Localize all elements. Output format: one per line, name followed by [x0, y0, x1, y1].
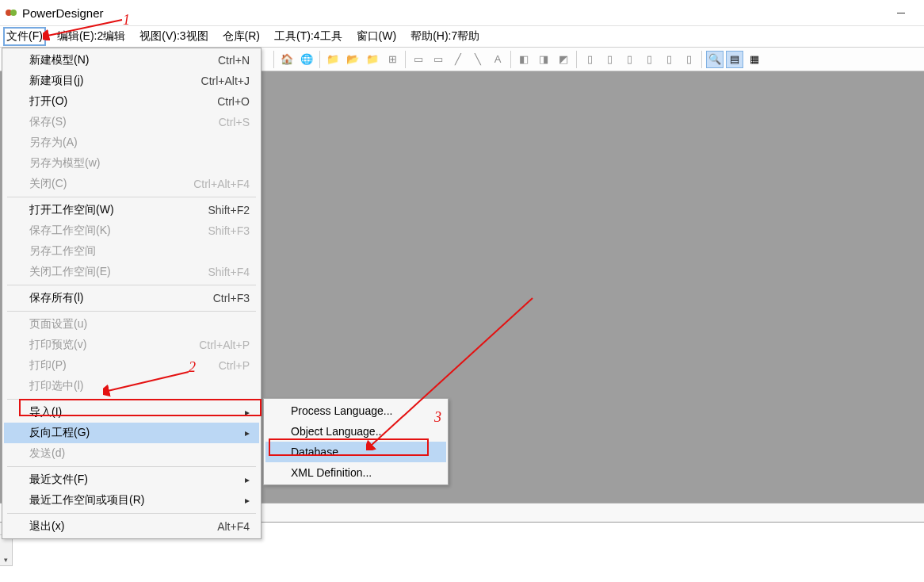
menuitem-open[interactable]: 打开(O)Ctrl+O	[4, 91, 259, 112]
toolbar-separator	[701, 51, 702, 68]
toolbar-entity2-icon[interactable]: ▭	[430, 51, 447, 68]
menuitem-label: 保存工作空间(K)	[29, 224, 111, 238]
toolbar-folder-icon[interactable]: 📁	[324, 51, 342, 68]
menuitem-label: 最近文件(F)	[29, 473, 88, 487]
menuitem-recent-files[interactable]: 最近文件(F)▸	[4, 469, 259, 490]
toolbar-tree-icon[interactable]: ⊞	[384, 51, 401, 68]
menuitem-label: 保存所有(l)	[29, 291, 83, 305]
title-bar: PowerDesigner	[0, 0, 924, 25]
toolbar-separator	[405, 51, 406, 68]
menuitem-open-workspace[interactable]: 打开工作空间(W)Shift+F2	[4, 200, 259, 220]
toolbar-link-icon[interactable]: ╱	[449, 51, 467, 68]
submenu-xml-definition[interactable]: XML Definition...	[265, 462, 446, 483]
menu-separator	[7, 311, 256, 312]
toolbar-separator	[510, 51, 511, 68]
toolbar-style3-icon[interactable]: ◩	[555, 51, 572, 68]
menuitem-save-as-model: 另存为模型(w)	[4, 153, 259, 174]
menuitem-label: 导入(I)	[29, 405, 62, 419]
toolbar-style-icon[interactable]: ◧	[515, 51, 533, 68]
menuitem-shortcut: Shift+F3	[208, 224, 250, 237]
toolbar-align2-icon[interactable]: ▯	[601, 51, 618, 68]
menuitem-saveas-workspace: 另存工作空间	[4, 241, 259, 262]
menuitem-label: 退出(x)	[29, 519, 64, 534]
submenu-database[interactable]: Database...	[265, 442, 446, 462]
menuitem-save-all[interactable]: 保存所有(l)Ctrl+F3	[4, 288, 259, 308]
svg-point-1	[10, 10, 17, 16]
menuitem-new-model[interactable]: 新建模型(N)Ctrl+N	[4, 50, 259, 71]
toolbar-separator	[576, 51, 577, 68]
toolbar-separator	[273, 51, 274, 68]
menuitem-label: 关闭工作空间(E)	[29, 265, 111, 279]
menuitem-close-workspace: 关闭工作空间(E)Shift+F4	[4, 262, 259, 282]
toolbar-style2-icon[interactable]: ◨	[535, 51, 552, 68]
menuitem-exit[interactable]: 退出(x)Alt+F4	[4, 516, 259, 537]
toolbar-folder-open-icon[interactable]: 📂	[344, 51, 361, 68]
menuitem-print-selection: 打印选中(l)	[4, 376, 259, 396]
menu-tools[interactable]: 工具(T):4工具	[271, 27, 346, 46]
menu-edit[interactable]: 编辑(E):2编辑	[54, 27, 128, 46]
menuitem-new-project[interactable]: 新建项目(j)Ctrl+Alt+J	[4, 71, 259, 91]
minimize-button[interactable]	[883, 0, 919, 25]
menuitem-shortcut: Ctrl+N	[218, 54, 250, 67]
toolbar-align5-icon[interactable]: ▯	[660, 51, 678, 68]
menuitem-save-workspace: 保存工作空间(K)Shift+F3	[4, 220, 259, 241]
toolbar-world-icon[interactable]: 🌐	[298, 51, 315, 68]
menuitem-label: 另存为模型(w)	[29, 156, 100, 170]
menu-window[interactable]: 窗口(W)	[353, 27, 400, 46]
menuitem-send: 发送(d)	[4, 443, 259, 464]
toolbar-align1-icon[interactable]: ▯	[581, 51, 598, 68]
submenu-process-language[interactable]: Process Language...	[265, 400, 446, 421]
menu-separator	[7, 466, 256, 467]
toolbar-entity-icon[interactable]: ▭	[410, 51, 427, 68]
menuitem-label: 关闭(C)	[29, 177, 67, 191]
menuitem-label: 新建模型(N)	[29, 53, 89, 67]
menuitem-label: 打印(P)	[29, 358, 67, 373]
menuitem-shortcut: Ctrl+O	[217, 95, 250, 108]
menuitem-shortcut: Ctrl+Alt+J	[201, 75, 250, 87]
menu-view[interactable]: 视图(V):3视图	[136, 27, 211, 46]
menuitem-label: 页面设置(u)	[29, 317, 87, 331]
menuitem-label: Process Language...	[291, 404, 392, 417]
menuitem-page-setup: 页面设置(u)	[4, 314, 259, 335]
toolbar-align4-icon[interactable]: ▯	[640, 51, 658, 68]
menu-help[interactable]: 帮助(H):7帮助	[407, 27, 483, 46]
toolbar-align6-icon[interactable]: ▯	[680, 51, 697, 68]
toolbar-home-icon[interactable]: 🏠	[278, 51, 296, 68]
toolbar-separator	[319, 51, 320, 68]
menuitem-save: 保存(S)Ctrl+S	[4, 112, 259, 132]
menuitem-label: Object Language...	[291, 425, 384, 438]
menuitem-reverse-eng[interactable]: 反向工程(G)▸	[4, 423, 259, 443]
menuitem-recent-workspaces[interactable]: 最近工作空间或项目(R)▸	[4, 490, 259, 511]
menuitem-label: XML Definition...	[291, 466, 372, 479]
menu-separator	[7, 399, 256, 400]
toolbar-view1-icon[interactable]: 🔍	[706, 51, 724, 68]
menu-repository[interactable]: 仓库(R)	[220, 27, 263, 46]
menuitem-label: 打印选中(l)	[29, 379, 83, 393]
menuitem-import[interactable]: 导入(I)▸	[4, 402, 259, 423]
toolbar-link2-icon[interactable]: ╲	[469, 51, 487, 68]
menu-separator	[7, 197, 256, 197]
menuitem-shortcut: Shift+F2	[208, 204, 250, 216]
menuitem-shortcut: Alt+F4	[217, 520, 250, 533]
toolbar-folder-sync-icon[interactable]: 📁	[364, 51, 381, 68]
menuitem-shortcut: Ctrl+S	[219, 116, 250, 128]
app-icon	[5, 6, 17, 19]
menuitem-label: Database...	[291, 446, 348, 458]
menuitem-label: 保存(S)	[29, 115, 67, 129]
toolbar-align3-icon[interactable]: ▯	[620, 51, 638, 68]
menuitem-label: 打开(O)	[29, 94, 67, 109]
toolbar-view2-icon[interactable]: ▤	[726, 51, 743, 68]
file-menu-dropdown: 新建模型(N)Ctrl+N 新建项目(j)Ctrl+Alt+J 打开(O)Ctr…	[2, 48, 262, 539]
menuitem-label: 反向工程(G)	[29, 426, 90, 440]
toolbar-text-icon[interactable]: A	[489, 51, 506, 68]
submenu-arrow-icon: ▸	[245, 407, 250, 418]
menu-file[interactable]: 文件(F)	[3, 27, 46, 46]
toolbar-grid-icon[interactable]: ▦	[746, 51, 763, 68]
menuitem-shortcut: Ctrl+Alt+F4	[193, 178, 250, 190]
menuitem-label: 最近工作空间或项目(R)	[29, 493, 144, 507]
submenu-object-language[interactable]: Object Language...	[265, 421, 446, 442]
menuitem-close: 关闭(C)Ctrl+Alt+F4	[4, 174, 259, 194]
menuitem-label: 另存工作空间	[29, 244, 96, 258]
submenu-arrow-icon: ▸	[245, 474, 250, 485]
scroll-down-icon[interactable]: ▾	[0, 553, 12, 566]
